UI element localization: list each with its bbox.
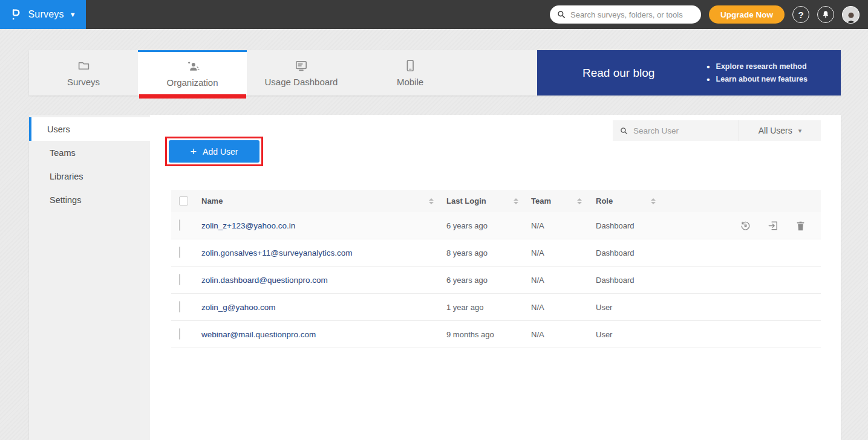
table-header-row: Name Last Login Team Role [171, 190, 821, 212]
last-login-cell: 9 months ago [437, 330, 522, 339]
last-login-cell: 6 years ago [437, 221, 522, 230]
team-cell: N/A [522, 248, 586, 257]
bell-icon [821, 10, 830, 19]
sort-icon[interactable] [651, 198, 656, 204]
tab-label: Surveys [67, 77, 100, 87]
section-tabs: Surveys Organization Usage Dashboard [29, 50, 841, 95]
sidebar-item-label: Users [47, 125, 70, 134]
table-row: webinar@mail.questionpro.com 9 months ag… [171, 321, 821, 348]
sidebar-item-label: Teams [50, 148, 76, 158]
role-cell: Dashboard [586, 221, 659, 230]
select-all-checkbox[interactable] [179, 196, 188, 205]
row-checkbox[interactable] [179, 301, 180, 312]
sidebar-item-users[interactable]: Users [29, 117, 150, 141]
sort-icon[interactable] [577, 198, 582, 204]
user-avatar[interactable] [842, 6, 860, 24]
row-actions [659, 220, 821, 231]
role-cell: Dashboard [586, 276, 659, 285]
row-checkbox[interactable] [179, 219, 180, 231]
tab-mobile[interactable]: Mobile [356, 50, 465, 95]
add-user-annotation: + Add User [165, 137, 263, 166]
team-cell: N/A [522, 330, 586, 339]
tab-label: Organization [166, 77, 218, 88]
chevron-down-icon: ▾ [798, 128, 802, 134]
users-content: + Add User All Users ▾ [150, 115, 841, 440]
questionpro-logo-icon [10, 8, 22, 21]
sidebar-item-label: Settings [50, 195, 81, 205]
help-button[interactable]: ? [792, 6, 809, 23]
last-login-cell: 8 years ago [437, 248, 522, 257]
column-header-name: Name [201, 196, 223, 205]
chevron-down-icon: ▼ [70, 11, 76, 18]
users-table: Name Last Login Team Role [171, 190, 821, 348]
search-user-box[interactable] [613, 120, 739, 141]
role-cell: Dashboard [586, 248, 659, 257]
add-user-icon [186, 60, 200, 73]
tab-usage-dashboard[interactable]: Usage Dashboard [247, 50, 356, 95]
delete-user-icon[interactable] [795, 220, 806, 231]
row-checkbox[interactable] [179, 274, 180, 285]
sort-icon[interactable] [429, 198, 434, 204]
banner-title: Read our blog [582, 66, 654, 80]
tab-label: Usage Dashboard [265, 77, 338, 87]
filter-label: All Users [759, 126, 792, 135]
global-search-input[interactable] [570, 10, 694, 19]
organization-sidebar: Users Teams Libraries Settings [29, 115, 150, 440]
organization-tab-annotation [139, 94, 246, 99]
user-email-link[interactable]: webinar@mail.questionpro.com [201, 330, 316, 339]
person-silhouette-icon [844, 11, 858, 23]
blog-banner[interactable]: Read our blog Explore research method Le… [537, 50, 841, 95]
user-email-link[interactable]: zolin_g@yahoo.com [201, 303, 276, 312]
sort-icon[interactable] [514, 198, 518, 204]
add-user-button[interactable]: + Add User [169, 140, 259, 163]
user-email-link[interactable]: zolin.dashboard@questionpro.com [201, 276, 328, 285]
column-header-last-login: Last Login [446, 196, 486, 205]
user-email-link[interactable]: zolin_z+123@yahoo.co.in [201, 221, 295, 230]
global-search[interactable] [550, 5, 701, 24]
row-checkbox[interactable] [179, 247, 180, 258]
folder-icon [77, 59, 90, 73]
table-row: zolin.gonsalves+11@surveyanalytics.com 8… [171, 239, 821, 267]
plus-icon: + [191, 146, 197, 157]
row-checkbox[interactable] [179, 328, 180, 340]
top-bar: Surveys ▼ Upgrade Now ? [0, 0, 868, 29]
search-user-input[interactable] [633, 126, 740, 135]
last-login-cell: 1 year ago [437, 303, 522, 312]
sidebar-item-libraries[interactable]: Libraries [29, 164, 150, 188]
upgrade-now-button[interactable]: Upgrade Now [709, 5, 785, 24]
sidebar-item-settings[interactable]: Settings [29, 188, 150, 212]
tab-surveys[interactable]: Surveys [29, 50, 138, 95]
reset-password-icon[interactable] [740, 220, 751, 231]
team-cell: N/A [522, 303, 586, 312]
team-cell: N/A [522, 221, 586, 230]
user-type-filter[interactable]: All Users ▾ [739, 120, 821, 141]
mobile-icon [404, 59, 416, 73]
login-as-user-icon[interactable] [768, 220, 779, 231]
banner-bullet: Learn about new features [706, 73, 808, 86]
search-icon [557, 10, 566, 19]
team-cell: N/A [522, 276, 586, 285]
table-row: zolin.dashboard@questionpro.com 6 years … [171, 267, 821, 294]
column-header-team: Team [531, 196, 551, 205]
search-icon [620, 127, 628, 135]
user-filters: All Users ▾ [613, 120, 821, 141]
role-cell: User [586, 330, 659, 339]
sidebar-item-teams[interactable]: Teams [29, 141, 150, 164]
product-switcher[interactable]: Surveys ▼ [0, 0, 86, 29]
user-email-link[interactable]: zolin.gonsalves+11@surveyanalytics.com [201, 248, 352, 257]
add-user-label: Add User [203, 147, 238, 157]
product-name: Surveys [28, 9, 64, 20]
tab-organization[interactable]: Organization [138, 50, 247, 95]
table-row: zolin_z+123@yahoo.co.in 6 years ago N/A … [171, 212, 821, 239]
last-login-cell: 6 years ago [437, 276, 522, 285]
organization-panel: Users Teams Libraries Settings + Add Use… [29, 115, 841, 440]
table-row: zolin_g@yahoo.com 1 year ago N/A User [171, 294, 821, 321]
tab-label: Mobile [397, 77, 423, 87]
column-header-role: Role [596, 196, 613, 205]
question-mark-icon: ? [798, 10, 803, 20]
role-cell: User [586, 303, 659, 312]
banner-bullet-list: Explore research method Learn about new … [706, 60, 808, 86]
notifications-button[interactable] [817, 6, 834, 23]
dashboard-icon [295, 59, 308, 73]
banner-bullet: Explore research method [706, 60, 808, 73]
